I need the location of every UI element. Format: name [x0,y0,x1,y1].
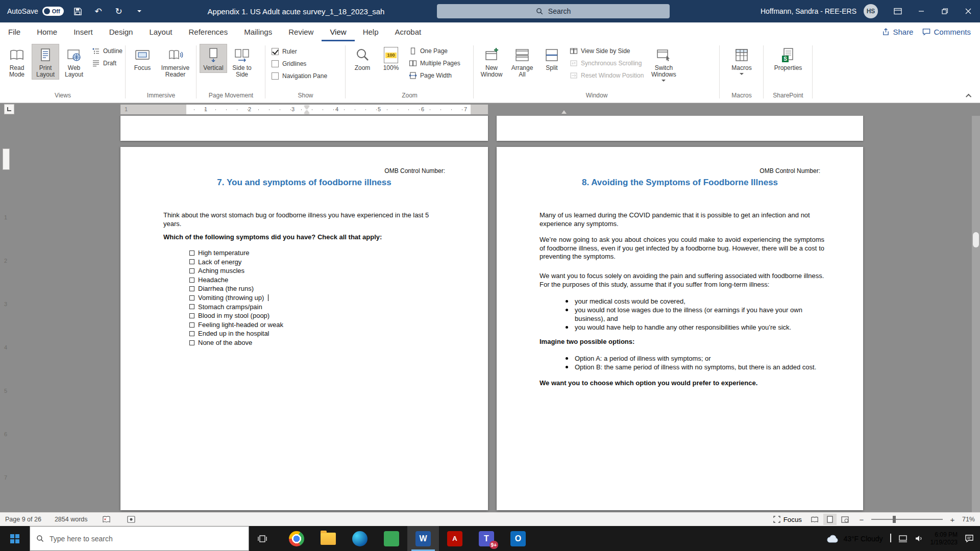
taskbar-teams-button[interactable]: T9+ [471,526,502,551]
paragraph[interactable]: We’re now going to ask you about choices… [540,236,824,261]
account-name[interactable]: Hoffmann, Sandra - REE-ERS [761,7,856,15]
read-mode-view-button[interactable] [808,514,821,525]
bullet-item[interactable]: you would not lose wages due to the illn… [566,306,832,323]
zoom-in-button[interactable]: + [949,515,956,524]
ribbon-tab-acrobat[interactable]: Acrobat [387,22,430,41]
question-paragraph[interactable]: Which of the following symptoms did you … [163,233,448,242]
new-window-button[interactable]: New Window [477,44,506,80]
vertical-button[interactable]: Vertical [200,44,227,73]
close-button[interactable] [957,0,980,22]
bullet-item[interactable]: you would have help to handle any other … [566,323,832,332]
side-to-side-button[interactable]: Side to Side [228,44,256,80]
right-indent-marker[interactable] [561,110,567,114]
tray-expand-button[interactable] [890,535,891,542]
print-layout-view-button[interactable] [823,514,837,525]
left-indent-marker[interactable] [304,110,309,114]
web-layout-button[interactable]: Web Layout [60,44,88,80]
zoom-100-button[interactable]: 100 100% [377,44,405,73]
action-center-button[interactable] [965,534,974,543]
section-heading-8[interactable]: 8. Avoiding the Symptoms of Foodborne Il… [497,178,863,188]
zoom-slider-thumb[interactable] [893,516,896,523]
view-side-by-side-button[interactable]: View Side by Side [567,45,647,57]
page-width-button[interactable]: Page Width [406,69,463,82]
scrollbar-thumb[interactable] [973,232,979,247]
draft-button[interactable]: Draft [89,57,126,69]
weather-widget[interactable]: 43°F Cloudy [826,534,883,544]
previous-page-bottom-left[interactable] [120,116,488,141]
ribbon-display-options-button[interactable] [886,0,910,22]
focus-mode-button[interactable]: Focus [773,516,802,523]
ribbon-tab-help[interactable]: Help [355,22,387,41]
taskbar-chrome-button[interactable] [281,526,312,551]
options-heading[interactable]: Imagine two possible options: [540,338,634,346]
immersive-reader-button[interactable]: Immersive Reader [157,44,193,80]
vertical-scrollbar[interactable] [972,116,980,512]
section-heading-7[interactable]: 7. You and symptoms of foodborne illness [120,178,488,188]
bullet-item[interactable]: Option B: the same period of illness wit… [566,363,832,371]
ribbon-tab-layout[interactable]: Layout [141,22,180,41]
multiple-pages-button[interactable]: Multiple Pages [406,57,463,69]
web-layout-view-button[interactable] [839,514,852,525]
undo-button[interactable]: ↶ [92,5,105,17]
focus-button[interactable]: Focus [129,44,156,73]
previous-page-bottom-right[interactable] [497,116,863,141]
checkbox-row[interactable]: Diarrhea (the runs) [189,284,283,293]
bullet-item[interactable]: Option A: a period of illness with sympt… [566,354,832,363]
ribbon-tab-file[interactable]: File [0,22,29,41]
checkbox-row[interactable]: Headache [189,276,283,285]
paragraph[interactable]: Many of us learned during the COVID pand… [540,211,824,228]
one-page-button[interactable]: One Page [406,45,463,57]
ruler-checkbox[interactable]: Ruler [268,45,300,58]
minimize-button[interactable] [910,0,933,22]
taskbar-search[interactable]: Type here to search [30,526,249,551]
ribbon-tab-insert[interactable]: Insert [65,22,101,41]
document-page-left[interactable]: OMB Control Number: 7. You and symptoms … [120,147,488,510]
omb-control-number[interactable]: OMB Control Number: [384,167,445,174]
redo-button[interactable]: ↻ [113,5,125,17]
print-layout-button[interactable]: Print Layout [32,44,59,80]
checkbox-row[interactable]: Lack of energy [189,258,283,267]
checkbox-row[interactable]: Blood in my stool (poop) [189,311,283,320]
ribbon-tab-view[interactable]: View [322,22,354,41]
navigation-pane-checkbox[interactable]: Navigation Pane [268,70,330,82]
customize-qat-button[interactable] [133,5,145,17]
zoom-button[interactable]: Zoom [349,44,376,73]
ribbon-tab-mailings[interactable]: Mailings [236,22,280,41]
ribbon-tab-review[interactable]: Review [280,22,322,41]
proofing-errors-button[interactable] [101,514,112,525]
word-count[interactable]: 2854 words [55,516,88,523]
zoom-out-button[interactable]: − [858,515,865,524]
gridlines-checkbox[interactable]: Gridlines [268,58,309,70]
comments-button[interactable]: Comments [922,28,971,36]
macro-recording-button[interactable] [126,514,137,525]
ribbon-tab-references[interactable]: References [180,22,236,41]
restore-button[interactable] [933,0,957,22]
checkbox-row[interactable]: Ended up in the hospital [189,329,283,338]
ribbon-tab-design[interactable]: Design [101,22,141,41]
tray-volume-button[interactable] [915,535,923,542]
taskbar-clock[interactable]: 6:09 PM 1/19/2023 [930,531,958,546]
split-button[interactable]: Split [538,44,566,73]
vertical-ruler[interactable]: 1 2 3 4 5 6 7 [1,116,12,512]
horizontal-ruler[interactable]: 1 1 2 3 4 5 6 7 [120,105,488,114]
autosave-switch[interactable]: Off [42,7,64,16]
taskbar-word-button[interactable]: W [407,526,439,551]
intro-paragraph[interactable]: Think about the worst stomach bug or foo… [163,211,448,228]
autosave-toggle[interactable]: AutoSave Off [7,7,64,16]
taskbar-edge-button[interactable] [344,526,376,551]
checkbox-row[interactable]: Feeling light-headed or weak [189,320,283,330]
macros-button[interactable]: Macros [728,44,755,77]
checkbox-row[interactable]: None of the above [189,338,283,347]
switch-windows-button[interactable]: Switch Windows [648,44,679,83]
tray-display-button[interactable] [898,535,908,543]
read-mode-button[interactable]: Read Mode [3,44,31,80]
document-page-right[interactable]: OMB Control Number: 8. Avoiding the Symp… [497,147,863,510]
arrange-all-button[interactable]: Arrange All [507,44,537,80]
avatar[interactable]: HS [864,4,878,18]
page-indicator[interactable]: Page 9 of 26 [5,516,41,523]
checkbox-row[interactable]: Aching muscles [189,266,283,276]
checkbox-row[interactable]: Stomach cramps/pain [189,303,283,312]
taskbar-green-app-button[interactable] [376,526,407,551]
checkbox-row[interactable]: Vomiting (throwing up) [189,293,283,303]
taskbar-file-explorer-button[interactable] [312,526,344,551]
